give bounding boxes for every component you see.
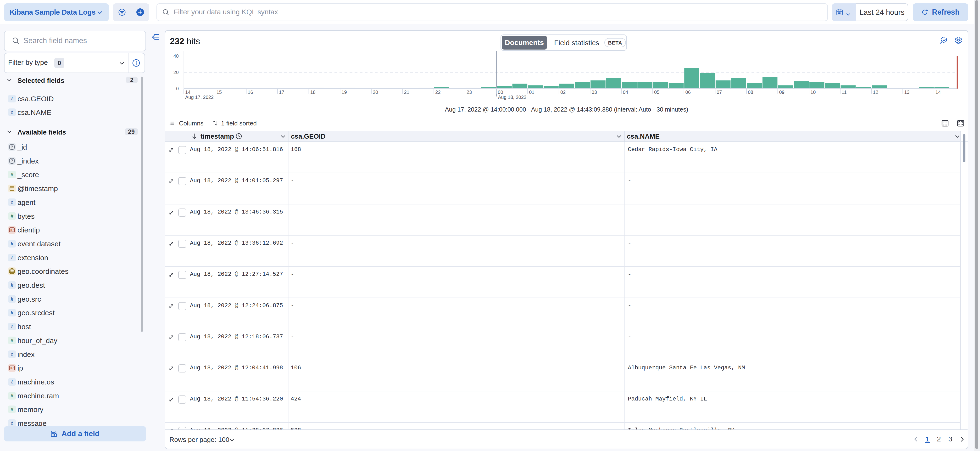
svg-text:?: ? <box>11 158 13 163</box>
svg-text:11: 11 <box>842 89 847 95</box>
svg-text:13: 13 <box>904 89 909 95</box>
svg-text:21: 21 <box>404 89 409 95</box>
svg-text:0: 0 <box>176 86 179 91</box>
svg-text:20: 20 <box>373 89 378 95</box>
svg-text:17: 17 <box>279 89 284 95</box>
svg-text:14: 14 <box>935 89 941 95</box>
svg-text:10: 10 <box>810 89 816 95</box>
svg-text:IP: IP <box>10 228 13 232</box>
svg-text:01: 01 <box>529 89 534 95</box>
svg-text:20: 20 <box>173 70 179 75</box>
svg-text:Aug 17, 2022: Aug 17, 2022 <box>185 94 214 100</box>
svg-text:18: 18 <box>310 89 316 95</box>
svg-text:00: 00 <box>498 89 503 95</box>
svg-text:07: 07 <box>717 89 722 95</box>
svg-text:19: 19 <box>341 89 347 95</box>
svg-text:06: 06 <box>686 89 691 95</box>
svg-text:40: 40 <box>173 53 179 59</box>
svg-text:08: 08 <box>748 89 753 95</box>
svg-text:?: ? <box>11 145 13 149</box>
svg-text:IP: IP <box>10 366 13 370</box>
svg-text:04: 04 <box>623 89 628 95</box>
svg-text:12: 12 <box>873 89 878 95</box>
svg-text:03: 03 <box>592 89 597 95</box>
svg-text:05: 05 <box>654 89 659 95</box>
svg-text:15: 15 <box>216 89 222 95</box>
svg-text:02: 02 <box>560 89 566 95</box>
svg-text:23: 23 <box>466 89 472 95</box>
svg-text:16: 16 <box>248 89 253 95</box>
svg-text:22: 22 <box>435 89 441 95</box>
svg-text:09: 09 <box>779 89 784 95</box>
svg-text:Aug 18, 2022: Aug 18, 2022 <box>498 94 527 100</box>
svg-text:14: 14 <box>185 89 191 95</box>
